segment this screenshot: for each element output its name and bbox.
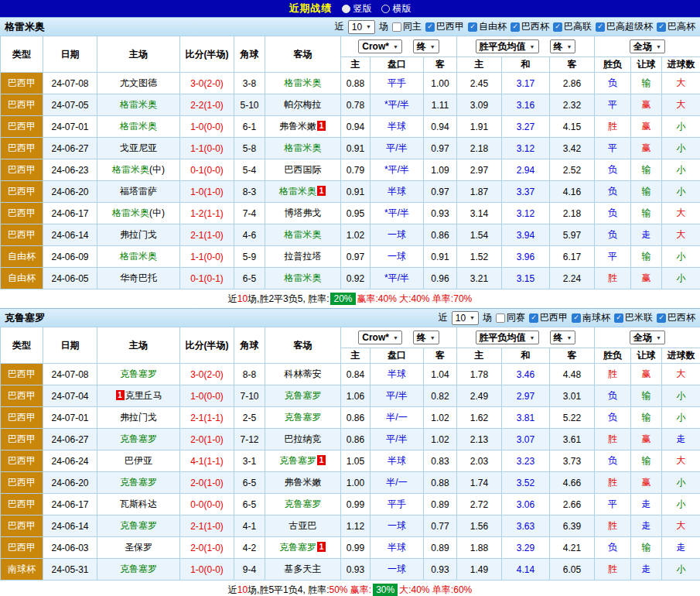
team-name[interactable]: 弗鲁米嫩 bbox=[279, 121, 316, 132]
team-name[interactable]: 巴拉纳竞 bbox=[285, 433, 322, 444]
team-name[interactable]: 格雷米奥 bbox=[285, 142, 322, 153]
col-eu-draw: 和 bbox=[502, 348, 550, 364]
layout-radio-horizontal[interactable]: 横版 bbox=[381, 2, 411, 15]
team-name[interactable]: 格雷米奥 bbox=[120, 121, 157, 132]
team-name[interactable]: 华奇巴托 bbox=[120, 272, 157, 283]
league-type-cell: 巴西甲 bbox=[1, 181, 43, 203]
match-row: 巴西甲24-06-27克鲁塞罗2-0(1-0)7-12巴拉纳竞0.86平/半1.… bbox=[1, 429, 700, 450]
recent-count-select[interactable]: 10▼ bbox=[348, 20, 375, 34]
goals-result-cell: 小 bbox=[662, 407, 700, 429]
team-name[interactable]: 克鲁塞罗 bbox=[120, 477, 157, 488]
team-name[interactable]: 克鲁塞罗 bbox=[285, 498, 322, 509]
league-filter-2[interactable]: ✓巴米联 bbox=[614, 311, 653, 324]
corner-cell: 6-5 bbox=[234, 494, 265, 516]
team-name[interactable]: 格雷米奥 bbox=[120, 99, 157, 110]
team-name[interactable]: 基多天主 bbox=[285, 563, 322, 574]
team-name[interactable]: 克鲁塞罗 bbox=[120, 368, 157, 379]
asia-home-odds: 0.86 bbox=[341, 407, 370, 429]
team-name[interactable]: 圣保罗 bbox=[125, 542, 152, 553]
team-name[interactable]: 格雷米奥 bbox=[120, 251, 157, 262]
euro-away-odds: 2.52 bbox=[550, 159, 595, 181]
team-name[interactable]: 克鲁塞罗 bbox=[279, 455, 316, 466]
match-rows: 巴西甲24-07-08尤文图德3-0(2-0)3-8格雷米奥0.88平手1.00… bbox=[1, 73, 700, 289]
team-name[interactable]: 格雷米奥 bbox=[112, 164, 149, 175]
handicap-result-cell: 输 bbox=[631, 407, 662, 429]
league-type-cell: 巴西甲 bbox=[1, 472, 43, 494]
team-name[interactable]: 科林蒂安 bbox=[285, 368, 322, 379]
team-name[interactable]: 克鲁塞罗 bbox=[120, 433, 157, 444]
away-team-cell: 克鲁塞罗 bbox=[265, 385, 341, 407]
col-handicap: 盘口 bbox=[370, 348, 424, 364]
match-date: 24-06-17 bbox=[43, 203, 97, 224]
team-name[interactable]: 弗拉门戈 bbox=[120, 412, 157, 423]
team-name[interactable]: 福塔雷萨 bbox=[120, 186, 157, 197]
score-cell: 3-0(2-0) bbox=[180, 73, 234, 94]
team-name[interactable]: 弗拉门戈 bbox=[120, 229, 157, 240]
team-name[interactable]: 博塔弗戈 bbox=[285, 207, 322, 218]
same-competition-checkbox[interactable]: 同赛 bbox=[496, 311, 525, 324]
league-filter-3[interactable]: ✓巴高联 bbox=[553, 20, 592, 33]
near-label: 近 bbox=[439, 311, 448, 324]
table-header-row-1: 类型 日期 主场 比分(半场) 角球 客场 Crow*▼ 终▼ 胜平负均值▼ 终… bbox=[1, 327, 700, 348]
league-filter-1[interactable]: ✓南球杯 bbox=[572, 311, 610, 324]
home-team-cell: 克鲁塞罗 bbox=[97, 429, 180, 450]
bookmaker-select[interactable]: Crow*▼ bbox=[358, 39, 402, 53]
team-name[interactable]: 巴西国际 bbox=[285, 164, 322, 175]
col-result: 胜负 bbox=[595, 348, 631, 364]
same-venue-checkbox[interactable]: 同主 bbox=[392, 20, 422, 33]
neutral-venue-tag: (中) bbox=[149, 207, 165, 218]
league-filter-0[interactable]: ✓巴西甲 bbox=[529, 311, 568, 324]
scope-select[interactable]: 全场▼ bbox=[630, 39, 665, 53]
team-name[interactable]: 尤文图德 bbox=[120, 77, 157, 88]
recent-count-select[interactable]: 10▼ bbox=[452, 311, 479, 325]
team-name[interactable]: 格雷米奥 bbox=[279, 186, 316, 197]
league-filter-3[interactable]: ✓巴西杯 bbox=[657, 311, 695, 324]
handicap-cell: 一球 bbox=[370, 559, 424, 581]
euro-home-odds: 2.13 bbox=[457, 429, 502, 450]
final-odds-select[interactable]: 终▼ bbox=[413, 331, 439, 344]
team-name[interactable]: 瓦斯科达 bbox=[120, 498, 157, 509]
league-filter-4[interactable]: ✓巴高超级杯 bbox=[596, 20, 653, 33]
team-name[interactable]: 克鲁塞罗 bbox=[285, 412, 322, 423]
final-odds-select-2[interactable]: 终▼ bbox=[550, 331, 576, 344]
asia-away-odds: 0.97 bbox=[424, 181, 457, 203]
team-name[interactable]: 克鲁塞罗 bbox=[120, 520, 157, 531]
handicap-result-cell: 输 bbox=[631, 537, 662, 559]
team-name[interactable]: 格雷米奥 bbox=[285, 229, 322, 240]
layout-radio-vertical[interactable]: 竖版 bbox=[342, 2, 372, 15]
avg-odds-select[interactable]: 胜平负均值▼ bbox=[476, 39, 539, 53]
league-filter-label: 南球杯 bbox=[582, 311, 610, 324]
team-name[interactable]: 克鲁塞罗 bbox=[120, 563, 157, 574]
league-filter-2[interactable]: ✓巴西杯 bbox=[510, 20, 549, 33]
asia-away-odds: 1.09 bbox=[424, 159, 457, 181]
team-name[interactable]: 帕尔梅拉 bbox=[285, 99, 322, 110]
league-type-cell: 南球杯 bbox=[1, 559, 43, 581]
team-name[interactable]: 戈亚尼亚 bbox=[120, 142, 157, 153]
euro-home-odds: 2.03 bbox=[457, 450, 502, 472]
team-name[interactable]: 巴伊亚 bbox=[125, 455, 152, 466]
handicap-cell: 半球 bbox=[370, 537, 424, 559]
team-name[interactable]: 格雷米奥 bbox=[112, 207, 149, 218]
result-cell: 胜 bbox=[595, 364, 631, 385]
handicap-cell: 半球 bbox=[370, 181, 424, 203]
team-name[interactable]: 弗鲁米嫩 bbox=[285, 477, 322, 488]
final-odds-select[interactable]: 终▼ bbox=[413, 39, 439, 53]
bookmaker-select[interactable]: Crow*▼ bbox=[358, 331, 402, 344]
score-cell: 2-0(1-0) bbox=[180, 429, 234, 450]
league-type-cell: 巴西甲 bbox=[1, 203, 43, 224]
col-goals: 进球数 bbox=[662, 348, 700, 364]
team-name[interactable]: 格雷米奥 bbox=[285, 77, 322, 88]
league-filter-0[interactable]: ✓巴西甲 bbox=[425, 20, 464, 33]
league-filter-1[interactable]: ✓自由杯 bbox=[468, 20, 507, 33]
team-name[interactable]: 克鲁塞罗 bbox=[285, 390, 322, 401]
avg-odds-select[interactable]: 胜平负均值▼ bbox=[476, 331, 539, 344]
team-name[interactable]: 拉普拉塔 bbox=[285, 251, 322, 262]
league-filter-5[interactable]: ✓巴高杯 bbox=[657, 20, 695, 33]
final-odds-select-2[interactable]: 终▼ bbox=[550, 39, 576, 53]
match-rows: 巴西甲24-07-08克鲁塞罗3-0(2-0)8-8科林蒂安0.84半球1.04… bbox=[1, 364, 700, 581]
team-name[interactable]: 古亚巴 bbox=[289, 520, 317, 531]
team-name[interactable]: 克里丘马 bbox=[125, 390, 162, 401]
scope-select[interactable]: 全场▼ bbox=[630, 331, 665, 344]
team-name[interactable]: 格雷米奥 bbox=[285, 272, 322, 283]
team-name[interactable]: 克鲁塞罗 bbox=[279, 542, 316, 553]
